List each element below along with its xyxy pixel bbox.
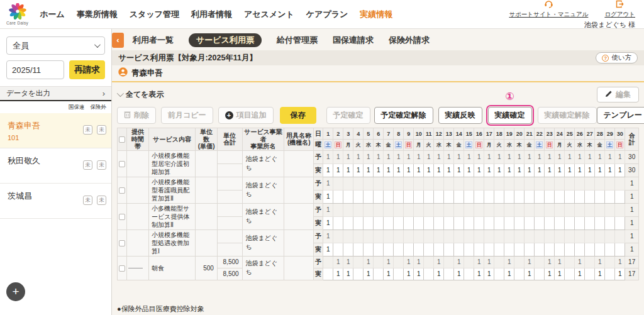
actual-day-cell-28[interactable]: 1 bbox=[595, 163, 605, 177]
actual-day-cell-13[interactable] bbox=[444, 268, 454, 280]
actual-day-cell-29[interactable]: 1 bbox=[605, 163, 615, 177]
actual-day-cell-13[interactable] bbox=[444, 243, 454, 256]
actual-day-cell-22[interactable]: 1 bbox=[535, 163, 545, 177]
actual-day-cell-11[interactable]: 1 bbox=[424, 163, 434, 177]
actual-day-cell-16[interactable] bbox=[474, 190, 484, 203]
actual-day-cell-19[interactable] bbox=[504, 190, 514, 203]
tab-5[interactable]: 保険外請求 bbox=[389, 33, 430, 47]
actual-day-cell-4[interactable] bbox=[353, 243, 364, 256]
actual-day-cell-16[interactable] bbox=[474, 216, 484, 229]
actual-day-cell-27[interactable] bbox=[585, 190, 595, 203]
actual-day-cell-7[interactable] bbox=[384, 216, 394, 229]
actual-day-cell-23[interactable] bbox=[545, 216, 555, 229]
actual-day-cell-20[interactable] bbox=[514, 190, 525, 203]
actual-day-cell-5[interactable] bbox=[364, 190, 374, 203]
actual-day-cell-25[interactable] bbox=[565, 190, 575, 203]
actual-day-cell-19[interactable]: 1 bbox=[504, 163, 514, 177]
template-dropdown[interactable]: テンプレート ▼ bbox=[597, 107, 644, 124]
actual-day-cell-7[interactable]: 1 bbox=[384, 163, 394, 177]
actual-day-cell-3[interactable] bbox=[343, 216, 353, 229]
nav-item-3[interactable]: スタッフ管理 bbox=[130, 9, 179, 20]
actual-day-cell-18[interactable] bbox=[494, 268, 504, 280]
logout-link[interactable]: ログアウト bbox=[604, 0, 635, 19]
actual-day-cell-3[interactable] bbox=[343, 190, 353, 203]
export-data-button[interactable]: データを出力 › bbox=[0, 86, 111, 101]
actual-day-cell-7[interactable]: 1 bbox=[384, 268, 394, 280]
actual-day-cell-22[interactable] bbox=[535, 190, 545, 203]
actual-day-cell-20[interactable] bbox=[514, 268, 525, 280]
actual-day-cell-12[interactable]: 1 bbox=[434, 268, 444, 280]
actual-day-cell-12[interactable] bbox=[434, 216, 444, 229]
actual-day-cell-5[interactable]: 1 bbox=[364, 268, 374, 280]
actual-day-cell-30[interactable]: 1 bbox=[615, 163, 625, 177]
actual-day-cell-27[interactable]: 1 bbox=[585, 163, 595, 177]
actual-day-cell-24[interactable] bbox=[555, 243, 565, 256]
actual-day-cell-9[interactable]: 1 bbox=[404, 268, 414, 280]
actual-day-cell-21[interactable]: 1 bbox=[525, 268, 535, 280]
actual-day-cell-14[interactable] bbox=[454, 243, 464, 256]
actual-day-cell-26[interactable]: 1 bbox=[575, 163, 585, 177]
add-item-button[interactable]: + 項目追加 bbox=[218, 107, 274, 124]
actual-day-cell-6[interactable]: 1 bbox=[374, 163, 384, 177]
actual-day-cell-3[interactable]: 1 bbox=[343, 163, 353, 177]
actual-day-cell-29[interactable] bbox=[605, 216, 615, 229]
support-site-link[interactable]: サポートサイト・マニュアル bbox=[509, 0, 588, 19]
actual-day-cell-14[interactable] bbox=[454, 216, 464, 229]
actual-day-cell-10[interactable] bbox=[414, 243, 424, 256]
checkbox-icon[interactable] bbox=[119, 161, 125, 167]
actual-day-cell-15[interactable] bbox=[464, 190, 474, 203]
actual-day-cell-7[interactable] bbox=[384, 243, 394, 256]
actual-day-cell-1[interactable]: 1 bbox=[323, 216, 333, 229]
actual-day-cell-8[interactable] bbox=[394, 243, 404, 256]
actual-day-cell-12[interactable]: 1 bbox=[434, 163, 444, 177]
checkbox-icon[interactable] bbox=[119, 240, 125, 246]
tab-3[interactable]: 給付管理票 bbox=[277, 33, 318, 47]
actual-day-cell-6[interactable] bbox=[374, 268, 384, 280]
actual-day-cell-30[interactable] bbox=[615, 190, 625, 203]
actual-day-cell-28[interactable] bbox=[595, 243, 605, 256]
actual-day-cell-26[interactable] bbox=[575, 243, 585, 256]
actual-day-cell-17[interactable]: 1 bbox=[484, 268, 494, 280]
actual-day-cell-30[interactable]: 1 bbox=[615, 268, 625, 280]
actual-day-cell-17[interactable] bbox=[484, 216, 494, 229]
actual-day-cell-9[interactable]: 1 bbox=[404, 163, 414, 177]
actual-day-cell-2[interactable] bbox=[333, 243, 343, 256]
actual-day-cell-2[interactable] bbox=[333, 190, 343, 203]
actual-day-cell-18[interactable]: 1 bbox=[494, 163, 504, 177]
actual-day-cell-26[interactable] bbox=[575, 190, 585, 203]
save-button[interactable]: 保存 bbox=[280, 107, 316, 124]
actual-day-cell-29[interactable] bbox=[605, 190, 615, 203]
actual-reflect-button[interactable]: 実績反映 bbox=[438, 107, 482, 124]
actual-day-cell-8[interactable] bbox=[394, 216, 404, 229]
actual-day-cell-29[interactable] bbox=[605, 243, 615, 256]
actual-day-cell-29[interactable] bbox=[605, 268, 615, 280]
actual-day-cell-25[interactable] bbox=[565, 268, 575, 280]
actual-day-cell-17[interactable] bbox=[484, 190, 494, 203]
actual-day-cell-21[interactable] bbox=[525, 216, 535, 229]
actual-day-cell-1[interactable]: 1 bbox=[323, 190, 333, 203]
actual-day-cell-9[interactable] bbox=[404, 243, 414, 256]
actual-day-cell-22[interactable] bbox=[535, 268, 545, 280]
actual-day-cell-13[interactable] bbox=[444, 216, 454, 229]
actual-day-cell-21[interactable] bbox=[525, 190, 535, 203]
actual-day-cell-15[interactable]: 1 bbox=[464, 163, 474, 177]
actual-day-cell-8[interactable] bbox=[394, 190, 404, 203]
help-button[interactable]: ? 使い方 bbox=[596, 52, 638, 64]
actual-day-cell-30[interactable] bbox=[615, 216, 625, 229]
actual-day-cell-27[interactable] bbox=[585, 243, 595, 256]
actual-day-cell-7[interactable] bbox=[384, 190, 394, 203]
actual-day-cell-22[interactable] bbox=[535, 216, 545, 229]
actual-day-cell-28[interactable] bbox=[595, 190, 605, 203]
actual-day-cell-18[interactable] bbox=[494, 216, 504, 229]
tab-4[interactable]: 国保連請求 bbox=[333, 33, 374, 47]
actual-day-cell-20[interactable]: 1 bbox=[514, 163, 525, 177]
user-row-1[interactable]: 青森申吾101未未 bbox=[0, 113, 111, 148]
actual-day-cell-10[interactable]: 1 bbox=[414, 163, 424, 177]
actual-day-cell-23[interactable]: 1 bbox=[545, 268, 555, 280]
actual-day-cell-11[interactable] bbox=[424, 216, 434, 229]
actual-day-cell-1[interactable]: 1 bbox=[323, 163, 333, 177]
actual-day-cell-8[interactable] bbox=[394, 268, 404, 280]
actual-day-cell-17[interactable] bbox=[484, 243, 494, 256]
actual-day-cell-9[interactable] bbox=[404, 190, 414, 203]
prev-month-copy-button[interactable]: 前月コピー bbox=[161, 107, 213, 124]
